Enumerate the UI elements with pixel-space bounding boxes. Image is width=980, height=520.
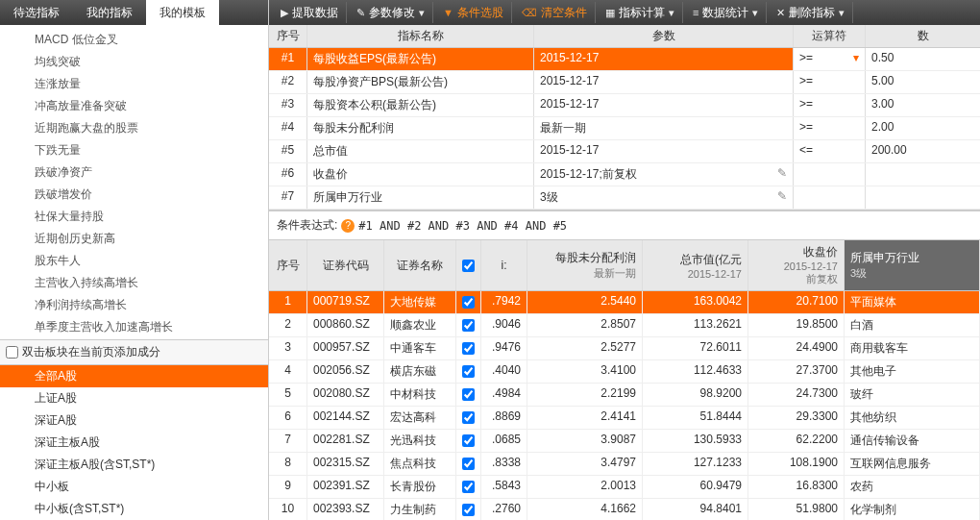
extract-button[interactable]: ▶提取数据 (273, 2, 347, 23)
row-check[interactable] (456, 291, 481, 313)
rcol-v2[interactable]: 每股未分配利润最新一期 (527, 240, 643, 290)
row-checkbox[interactable] (462, 504, 475, 516)
cond-op[interactable]: <= (794, 140, 866, 162)
template-item[interactable]: 冲高放量准备突破 (0, 95, 268, 117)
cond-val[interactable]: 200.00 (866, 140, 980, 162)
condition-row[interactable]: #3每股资本公积(最新公告)2015-12-17>=3.00 (269, 94, 980, 117)
col-seq[interactable]: 序号 (269, 25, 307, 47)
rcol-check[interactable] (456, 240, 481, 290)
template-item[interactable]: 跌破净资产 (0, 161, 268, 184)
condition-row[interactable]: #2每股净资产BPS(最新公告)2015-12-17>=5.00 (269, 71, 980, 94)
result-row[interactable]: 9002391.SZ长青股份.58432.001360.947916.8300农… (269, 476, 980, 499)
template-item[interactable]: 跌破增发价 (0, 184, 268, 206)
param-button[interactable]: ✎参数修改▾ (349, 2, 433, 23)
cond-val[interactable] (866, 186, 980, 209)
result-row[interactable]: 10002393.SZ力生制药.27604.166294.840151.9800… (269, 499, 980, 520)
template-item[interactable]: 股东牛人 (0, 250, 268, 272)
cond-val[interactable]: 5.00 (866, 71, 980, 93)
col-op[interactable]: 运算符 (794, 25, 866, 47)
clear-button[interactable]: ⌫清空条件 (514, 2, 596, 23)
template-item[interactable]: 均线突破 (0, 51, 268, 73)
rcol-seq[interactable]: 序号 (269, 240, 307, 290)
template-item[interactable]: 下跌无量 (0, 139, 268, 161)
rcol-code[interactable]: 证券代码 (307, 240, 384, 290)
cond-val[interactable]: 0.50 (866, 48, 980, 70)
condition-button[interactable]: ▼条件选股 (435, 2, 512, 23)
row-check[interactable] (456, 476, 481, 498)
board-item[interactable]: 深证主板A股 (0, 432, 268, 454)
cond-op[interactable]: >= ▾ (794, 48, 866, 70)
check-all[interactable] (462, 260, 475, 272)
delete-button[interactable]: ✕删除指标▾ (769, 2, 853, 23)
rcol-v1[interactable]: i: (481, 240, 527, 290)
row-checkbox[interactable] (462, 342, 475, 355)
template-item[interactable]: 主营收入持续高增长 (0, 272, 268, 294)
tab-my-indicators[interactable]: 我的指标 (73, 0, 146, 25)
row-check[interactable] (456, 337, 481, 359)
row-check[interactable] (456, 407, 481, 429)
cond-op[interactable]: >= (794, 94, 866, 116)
result-row[interactable]: 1000719.SZ大地传媒.79422.5440163.004220.7100… (269, 291, 980, 314)
result-row[interactable]: 5002080.SZ中材科技.49842.219998.920024.7300玻… (269, 384, 980, 407)
template-item[interactable]: MACD 低位金叉 (0, 29, 268, 51)
row-check[interactable] (456, 314, 481, 336)
row-checkbox[interactable] (462, 458, 475, 470)
add-checkbox[interactable] (6, 346, 18, 359)
cond-op[interactable]: >= (794, 117, 866, 139)
pencil-icon[interactable]: ✎ (777, 166, 787, 180)
board-item[interactable]: 中小板 (0, 476, 268, 498)
row-check[interactable] (456, 499, 481, 520)
result-row[interactable]: 6002144.SZ宏达高科.88692.414151.844429.3300其… (269, 407, 980, 430)
result-row[interactable]: 4002056.SZ横店东磁.40403.4100112.463327.3700… (269, 360, 980, 384)
cond-val[interactable]: 3.00 (866, 94, 980, 116)
row-check[interactable] (456, 430, 481, 452)
row-checkbox[interactable] (462, 365, 475, 378)
rcol-v3[interactable]: 总市值(亿元2015-12-17 (643, 240, 748, 290)
expression-text[interactable]: #1 AND #2 AND #3 AND #4 AND #5 (358, 219, 567, 233)
board-item[interactable]: 全部A股 (0, 365, 268, 387)
row-checkbox[interactable] (462, 319, 475, 332)
condition-row[interactable]: #4每股未分配利润最新一期>=2.00 (269, 117, 980, 140)
condition-row[interactable]: #5总市值2015-12-17<=200.00 (269, 140, 980, 163)
board-item[interactable]: 深证主板A股(含ST,ST*) (0, 454, 268, 476)
pencil-icon[interactable]: ✎ (777, 189, 787, 203)
row-check[interactable] (456, 384, 481, 406)
row-checkbox[interactable] (462, 296, 475, 309)
board-item[interactable]: 上证A股 (0, 387, 268, 409)
cond-op[interactable] (794, 186, 866, 209)
row-check[interactable] (456, 453, 481, 475)
template-item[interactable]: 社保大量持股 (0, 206, 268, 228)
template-item[interactable]: 近期跑赢大盘的股票 (0, 117, 268, 139)
condition-row[interactable]: #6收盘价2015-12-17;前复权✎ (269, 163, 980, 186)
result-row[interactable]: 8002315.SZ焦点科技.83383.4797127.1233108.190… (269, 453, 980, 476)
col-name[interactable]: 指标名称 (307, 25, 534, 47)
template-item[interactable]: 净利润持续高增长 (0, 294, 268, 316)
stat-button[interactable]: ≡数据统计▾ (685, 2, 767, 23)
template-item[interactable]: 近期创历史新高 (0, 228, 268, 250)
rcol-name[interactable]: 证券名称 (384, 240, 456, 290)
result-row[interactable]: 7002281.SZ光迅科技.06853.9087130.593362.2200… (269, 430, 980, 453)
rcol-v4[interactable]: 收盘价2015-12-17前复权 (748, 240, 845, 290)
col-val[interactable]: 数 (866, 25, 980, 47)
cond-op[interactable]: >= (794, 71, 866, 93)
help-icon[interactable]: ? (341, 219, 355, 233)
board-item[interactable]: 中小板(含ST,ST*) (0, 498, 268, 520)
cond-op[interactable] (794, 163, 866, 186)
tab-pending[interactable]: 待选指标 (0, 0, 73, 25)
tab-my-templates[interactable]: 我的模板 (146, 0, 219, 25)
condition-row[interactable]: #7所属申万行业3级✎ (269, 186, 980, 210)
row-checkbox[interactable] (462, 411, 475, 424)
calc-button[interactable]: ▦指标计算▾ (598, 2, 683, 23)
condition-row[interactable]: #1每股收益EPS(最新公告)2015-12-17>= ▾0.50 (269, 48, 980, 71)
rcol-industry[interactable]: 所属申万行业3级 (845, 240, 980, 290)
result-row[interactable]: 3000957.SZ中通客车.94762.527772.601124.4900商… (269, 337, 980, 360)
row-check[interactable] (456, 360, 481, 383)
col-param[interactable]: 参数 (534, 25, 794, 47)
cond-val[interactable] (866, 163, 980, 186)
row-checkbox[interactable] (462, 434, 475, 447)
template-item[interactable]: 单季度主营收入加速高增长 (0, 316, 268, 338)
row-checkbox[interactable] (462, 388, 475, 401)
row-checkbox[interactable] (462, 481, 475, 493)
add-on-dblclick[interactable]: 双击板块在当前页添加成分 (0, 339, 268, 364)
board-item[interactable]: 深证A股 (0, 409, 268, 432)
